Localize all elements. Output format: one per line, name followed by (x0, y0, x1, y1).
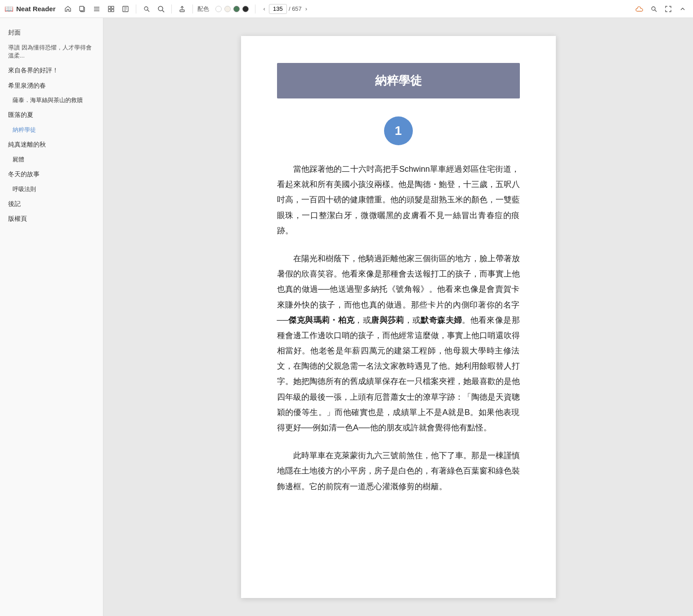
bold-names-3: 默奇森夫婦 (420, 316, 462, 325)
main-toolbar: 📖 Neat Reader (0, 0, 693, 18)
copy-button[interactable] (76, 3, 88, 15)
sidebar-item-autumn[interactable]: 純真迷離的秋 (0, 137, 103, 152)
svg-rect-7 (108, 9, 111, 12)
separator-3 (192, 4, 193, 13)
separator-1 (136, 4, 136, 13)
search-large-icon (157, 5, 165, 13)
color-dark[interactable] (242, 6, 249, 12)
sidebar-item-summer[interactable]: 匯落的夏 (0, 107, 103, 123)
sidebar-item-equinox[interactable]: 薩泰．海草絲與茶山的救贖 (0, 93, 103, 107)
fullscreen-icon (665, 5, 672, 13)
color-options (215, 6, 249, 12)
search-right-icon (650, 5, 657, 13)
fullscreen-button[interactable] (662, 3, 674, 15)
bold-names-2: 唐與莎莉 (371, 316, 404, 325)
cloud-button[interactable] (634, 3, 645, 15)
separator-4 (255, 4, 255, 13)
sidebar-item-reviews[interactable]: 來自各界的好評！ (0, 63, 103, 78)
color-white[interactable] (215, 6, 222, 12)
svg-line-20 (655, 10, 657, 12)
home-icon (64, 5, 72, 13)
color-green[interactable] (233, 6, 240, 12)
copy-icon (79, 5, 86, 13)
svg-rect-8 (112, 9, 114, 12)
search-large-button[interactable] (155, 3, 167, 15)
app-icon: 📖 (4, 4, 13, 13)
chapter-body: 當他踩著他的二十六吋高把手Schwinn單車經過郊區住宅街道，看起來就和所有美國… (277, 161, 520, 494)
sidebar: 封面 導讀 因為懂得恐懼，人才學得會溫柔... 來自各界的好評！ 希里泉湧的春 … (0, 18, 103, 616)
sidebar-item-corpse[interactable]: 屍體 (0, 152, 103, 167)
search-small-icon (143, 5, 150, 13)
page-total: / 657 (289, 5, 302, 12)
export-icon (179, 5, 186, 13)
search-toolbar-right-button[interactable] (648, 3, 660, 15)
color-label: 配色 (197, 5, 209, 13)
sidebar-item-afterword[interactable]: 後記 (0, 196, 103, 212)
app-name: Neat Reader (16, 5, 56, 13)
cloud-icon (635, 6, 644, 12)
chapter-number-circle: 1 (384, 116, 413, 145)
app-brand: 📖 Neat Reader (4, 4, 56, 13)
svg-line-16 (162, 10, 164, 12)
page-view-icon (122, 5, 129, 13)
svg-rect-6 (112, 6, 114, 9)
grid-icon (107, 5, 115, 13)
collapse-icon (679, 5, 686, 13)
sidebar-item-preface[interactable]: 導讀 因為懂得恐懼，人才學得會溫柔... (0, 40, 103, 63)
sidebar-item-copyright[interactable]: 版權頁 (0, 211, 103, 227)
paragraph-2: 在陽光和樹蔭下，他騎過距離他家三個街區的地方，臉上帶著放暑假的欣喜笑容。他看來像… (277, 251, 520, 435)
color-cream[interactable] (224, 6, 231, 12)
sidebar-item-spring[interactable]: 希里泉湧的春 (0, 78, 103, 94)
svg-rect-5 (108, 6, 111, 9)
page-number-input[interactable] (269, 4, 287, 14)
collapse-button[interactable] (677, 3, 689, 15)
svg-point-19 (652, 7, 655, 10)
paragraph-1: 當他踩著他的二十六吋高把手Schwinn單車經過郊區住宅街道，看起來就和所有美國… (277, 161, 520, 238)
sidebar-item-nazi-student[interactable]: 納粹學徒 (0, 123, 103, 137)
separator-2 (171, 4, 172, 13)
paragraph-3: 此時單車在克萊蒙街九六三號前煞住，他下了車。那是一棟謹慎地隱在土地後方的小平房，… (277, 448, 520, 494)
svg-line-14 (148, 10, 149, 12)
content-area[interactable]: 納粹學徒 1 當他踩著他的二十六吋高把手Schwinn單車經過郊區住宅街道，看起… (103, 18, 693, 616)
svg-point-15 (158, 6, 163, 11)
sidebar-item-winter[interactable]: 冬天的故事 (0, 167, 103, 182)
menu-icon (93, 5, 100, 13)
svg-rect-1 (80, 6, 84, 11)
home-button[interactable] (62, 3, 74, 15)
toolbar-right (634, 3, 689, 15)
sidebar-item-cover[interactable]: 封面 (0, 25, 103, 40)
sidebar-item-breathing[interactable]: 呼吸法則 (0, 182, 103, 196)
page-view-button[interactable] (120, 3, 131, 15)
menu-button[interactable] (91, 3, 103, 15)
main-layout: 封面 導讀 因為懂得恐懼，人才學得會溫柔... 來自各界的好評！ 希里泉湧的春 … (0, 18, 693, 616)
prev-page-button[interactable]: ‹ (262, 4, 267, 13)
svg-point-13 (144, 7, 148, 10)
book-page: 納粹學徒 1 當他踩著他的二十六吋高把手Schwinn單車經過郊區住宅街道，看起… (241, 36, 556, 598)
search-small-button[interactable] (141, 3, 152, 15)
chapter-header: 納粹學徒 (277, 63, 520, 98)
bold-names-1: 傑克與瑪莉・柏克 (288, 316, 354, 325)
svg-rect-17 (180, 10, 184, 12)
page-navigation: ‹ / 657 › (262, 4, 309, 14)
next-page-button[interactable]: › (304, 4, 309, 13)
grid-button[interactable] (105, 3, 117, 15)
export-button[interactable] (176, 3, 188, 15)
